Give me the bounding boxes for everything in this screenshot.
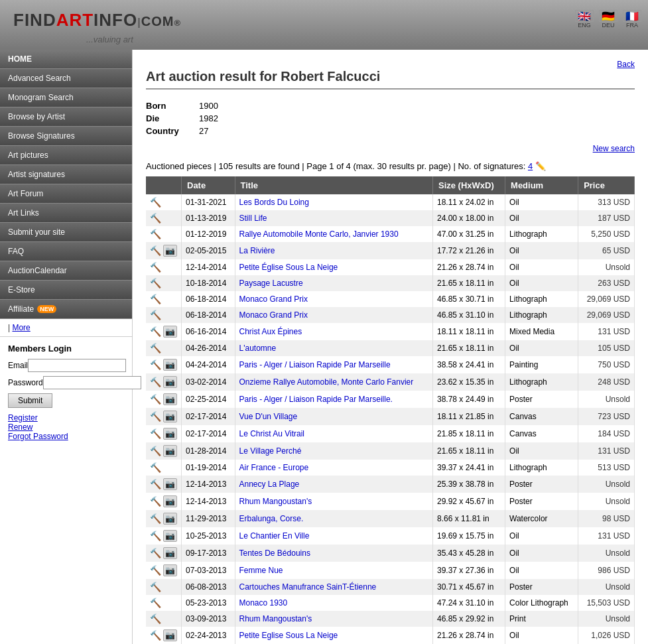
forgot-password-link[interactable]: Forgot Password — [8, 432, 124, 441]
hammer-icon[interactable]: 🔨 — [150, 245, 161, 256]
sidebar-item-browse-signatures[interactable]: Browse Signatures — [0, 127, 132, 146]
row-title-link[interactable]: Les Bords Du Loing — [239, 198, 309, 207]
sidebar-item-e-store[interactable]: E-Store — [0, 281, 132, 300]
lang-german[interactable]: 🇩🇪 DEU — [599, 10, 617, 29]
sidebar-item-art-pictures[interactable]: Art pictures — [0, 146, 132, 165]
camera-icon[interactable]: 📷 — [163, 326, 177, 338]
sidebar-item-artist-signatures[interactable]: Artist signatures — [0, 165, 132, 184]
sidebar-item-auction-calendar[interactable]: AuctionCalendar — [0, 261, 132, 281]
row-title-link[interactable]: Le Christ Au Vitrail — [239, 429, 305, 438]
password-input[interactable] — [43, 376, 141, 389]
hammer-icon[interactable]: 🔨 — [150, 446, 161, 456]
row-title-link[interactable]: Paris - Alger / Liaison Rapide Par Marse… — [239, 360, 391, 369]
camera-icon[interactable]: 📷 — [163, 564, 177, 576]
row-title-link[interactable]: Monaco Grand Prix — [239, 294, 308, 304]
hammer-icon[interactable]: 🔨 — [150, 262, 161, 273]
camera-icon[interactable]: 📷 — [163, 445, 177, 457]
hammer-icon[interactable]: 🔨 — [150, 343, 161, 354]
signatures-link[interactable]: 4 — [528, 161, 533, 171]
sidebar-item-monogram-search[interactable]: Monogram Search — [0, 88, 132, 107]
lang-english[interactable]: 🇬🇧 ENG — [575, 10, 594, 29]
sidebar-item-art-links[interactable]: Art Links — [0, 204, 132, 223]
hammer-icon[interactable]: 🔨 — [150, 428, 161, 439]
row-title-link[interactable]: Vue D'un Village — [239, 412, 298, 421]
hammer-icon[interactable]: 🔨 — [150, 411, 161, 422]
hammer-icon[interactable]: 🔨 — [150, 310, 161, 320]
sidebar-item-home[interactable]: HOME — [0, 50, 132, 69]
row-title-link[interactable]: Femme Nue — [239, 566, 283, 575]
row-title-link[interactable]: Erbalunga, Corse. — [239, 514, 304, 523]
register-link[interactable]: Register — [8, 413, 124, 422]
hammer-icon[interactable]: 🔨 — [150, 213, 161, 224]
camera-icon[interactable]: 📷 — [163, 547, 177, 559]
lang-french[interactable]: 🇫🇷 FRA — [623, 10, 641, 29]
hammer-icon[interactable]: 🔨 — [150, 496, 161, 507]
hammer-icon[interactable]: 🔨 — [150, 394, 161, 405]
sidebar-item-art-forum[interactable]: Art Forum — [0, 184, 132, 204]
hammer-icon[interactable]: 🔨 — [150, 326, 161, 337]
hammer-icon[interactable]: 🔨 — [150, 613, 161, 624]
hammer-icon[interactable]: 🔨 — [150, 278, 161, 289]
camera-icon[interactable]: 📷 — [163, 513, 177, 525]
hammer-icon[interactable]: 🔨 — [150, 598, 161, 608]
hammer-icon[interactable]: 🔨 — [150, 582, 161, 592]
row-icons: 🔨 — [146, 611, 182, 627]
hammer-icon[interactable]: 🔨 — [150, 462, 161, 473]
renew-link[interactable]: Renew — [8, 422, 124, 432]
camera-icon[interactable]: 📷 — [163, 411, 177, 422]
row-title: L'automne — [235, 340, 432, 356]
row-title-link[interactable]: Annecy La Plage — [239, 480, 300, 489]
row-title-link[interactable]: Monaco Grand Prix — [239, 310, 308, 320]
row-title-link[interactable]: Rhum Mangoustan's — [239, 497, 312, 506]
row-title-link[interactable]: Paysage Lacustre — [239, 279, 303, 288]
camera-icon[interactable]: 📷 — [163, 393, 177, 405]
row-title-link[interactable]: Le Chantier En Ville — [239, 531, 310, 541]
camera-icon[interactable]: 📷 — [163, 530, 177, 542]
hammer-icon[interactable]: 🔨 — [150, 548, 161, 558]
camera-icon[interactable]: 📷 — [163, 245, 177, 257]
row-date: 01-31-2021 — [182, 194, 235, 210]
sidebar-item-browse-artist[interactable]: Browse by Artist — [0, 107, 132, 127]
sidebar-item-faq[interactable]: FAQ — [0, 242, 132, 261]
hammer-icon[interactable]: 🔨 — [150, 197, 161, 208]
camera-icon[interactable]: 📷 — [163, 629, 177, 641]
row-title-link[interactable]: L'automne — [239, 344, 277, 353]
row-title-link[interactable]: Petite Église Sous La Neige — [239, 263, 338, 272]
back-link[interactable]: Back — [617, 60, 635, 69]
new-search-link[interactable]: New search — [593, 144, 635, 153]
email-input[interactable] — [28, 359, 126, 372]
row-title-link[interactable]: Onzieme Rallye Automobile, Monte Carlo F… — [239, 377, 414, 387]
submit-button[interactable]: Submit — [8, 393, 52, 408]
hammer-icon[interactable]: 🔨 — [150, 565, 161, 576]
row-title-link[interactable]: Still Life — [239, 214, 267, 223]
camera-icon[interactable]: 📷 — [163, 376, 177, 388]
hammer-icon[interactable]: 🔨 — [150, 630, 161, 641]
row-title-link[interactable]: Petite Eglise Sous La Neige — [239, 631, 338, 640]
row-title-link[interactable]: Christ Aux Épines — [239, 327, 302, 336]
row-title-link[interactable]: Rallye Automobile Monte Carlo, Janvier 1… — [239, 229, 399, 239]
hammer-icon[interactable]: 🔨 — [150, 513, 161, 524]
row-title-link[interactable]: Paris - Alger / Liaison Rapide Par Marse… — [239, 395, 393, 404]
more-link[interactable]: More — [12, 323, 30, 332]
hammer-icon[interactable]: 🔨 — [150, 479, 161, 489]
hammer-icon[interactable]: 🔨 — [150, 531, 161, 541]
camera-icon[interactable]: 📷 — [163, 495, 177, 507]
hammer-icon[interactable]: 🔨 — [150, 377, 161, 387]
row-title-link[interactable]: Cartouches Manufrance SainT-Étienne — [239, 582, 377, 592]
row-title-link[interactable]: Monaco 1930 — [239, 598, 288, 608]
camera-icon[interactable]: 📷 — [163, 428, 177, 440]
row-title-link[interactable]: La Rivière — [239, 246, 275, 255]
site-logo[interactable]: FINDARTINFO|COM® — [13, 10, 181, 31]
camera-icon[interactable]: 📷 — [163, 359, 177, 371]
row-title-link[interactable]: Tentes De Bédouins — [239, 548, 310, 558]
hammer-icon[interactable]: 🔨 — [150, 294, 161, 304]
sidebar-item-advanced-search[interactable]: Advanced Search — [0, 69, 132, 88]
sidebar-item-submit-site[interactable]: Submit your site — [0, 223, 132, 242]
camera-icon[interactable]: 📷 — [163, 478, 177, 490]
sidebar-item-affiliate[interactable]: Affiliate NEW — [0, 300, 132, 319]
row-title-link[interactable]: Rhum Mangoustan's — [239, 614, 312, 623]
hammer-icon[interactable]: 🔨 — [150, 229, 161, 239]
row-title-link[interactable]: Air France - Europe — [239, 463, 309, 472]
hammer-icon[interactable]: 🔨 — [150, 359, 161, 370]
row-title-link[interactable]: Le Village Perché — [239, 446, 302, 456]
